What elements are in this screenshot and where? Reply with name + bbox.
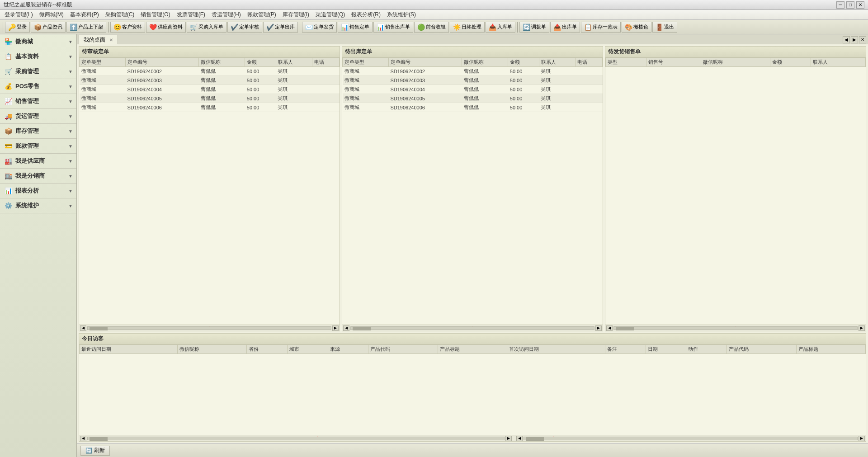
sidebar-item-report[interactable]: 📊 报表分析 ▼ [0,184,76,198]
stock-row-3[interactable]: 微商城 SD1906240005 曹侃侃 50.00 吴琪 [343,94,603,103]
visitor-scroll-track2[interactable] [524,437,858,440]
toolbar-icon-17: 🎨 [625,24,632,31]
menu-item-Q[interactable]: 渠道管理(Q) [313,10,348,19]
toolbar-icon-11: 🟢 [417,24,425,31]
toolbar-btn-12[interactable]: ☀️日终处理 [450,22,485,33]
scroll-left-button-3[interactable]: ◀ [606,325,613,331]
sidebar-item-supplier[interactable]: 🏭 我是供应商 ▼ [0,154,76,169]
stock-wechat-4: 曹侃侃 [462,103,508,112]
minimize-button[interactable]: ─ [836,1,844,9]
scroll-right-button-2[interactable]: ▶ [595,325,602,331]
scroll-track-3[interactable] [613,326,858,330]
sidebar-item-distributor[interactable]: 🏬 我是分销商 ▼ [0,169,76,184]
tab-close-icon[interactable]: ✕ [109,38,113,42]
stock-wechat-1: 曹侃侃 [462,76,508,85]
maximize-button[interactable]: □ [846,1,854,9]
toolbar-btn-3[interactable]: 😊客户资料 [110,22,145,33]
sidebar-item-pos[interactable]: 💰 POS零售 ▼ [0,79,76,94]
scroll-track-2[interactable] [350,326,594,330]
title-bar: 世纪之星服装进销存--标准版 ─ □ ✕ [0,0,868,10]
vcol-action: 动作 [686,345,727,354]
sidebar-item-accounts[interactable]: 💳 账款管理 ▼ [0,139,76,154]
menu-item-P[interactable]: 基本资料(P) [67,10,102,19]
menu-item-F[interactable]: 发票管理(F) [174,10,208,19]
stock-row-0[interactable]: 微商城 SD1906240002 曹侃侃 50.00 吴琪 [343,67,603,76]
toolbar-btn-2[interactable]: ⬆️产品上下架 [66,22,106,33]
toolbar-btn-8[interactable]: ✉️定单发货 [302,22,337,33]
scroll-thumb-2[interactable] [353,327,371,330]
toolbar-btn-4[interactable]: ❤️供应商资料 [146,22,186,33]
tab-prev-button[interactable]: ◀ [843,36,850,43]
stock-orderno-1: SD1906240003 [388,76,462,85]
menu-item-P[interactable]: 账款管理(P) [245,10,279,19]
scroll-right-button-3[interactable]: ▶ [859,325,865,331]
vcol-province: 省份 [247,345,288,354]
review-row-4[interactable]: 微商城 SD1906240006 曹侃侃 50.00 吴琪 [80,103,340,112]
review-orderno-3: SD1906240005 [125,94,198,103]
toolbar-btn-17[interactable]: 🎨橄榄色 [622,22,651,33]
toolbar-btn-16[interactable]: 📋库存一览表 [581,22,621,33]
stock-row-2[interactable]: 微商城 SD1906240004 曹侃侃 50.00 吴琪 [343,85,603,94]
visitor-scroll-thumb[interactable] [90,437,108,441]
sidebar-item-system[interactable]: ⚙️ 系统维护 ▼ [0,198,76,213]
menu-item-R[interactable]: 报表分析(R) [349,10,383,19]
toolbar-btn-5[interactable]: 🛒采购入库单 [187,22,226,33]
menu-item-O[interactable]: 销售管理(O) [138,10,173,19]
pending-ship-title: 待发货销售单 [605,47,866,57]
visitor-scroll-right[interactable]: ▶ [505,436,512,441]
scroll-track[interactable] [87,326,331,330]
review-contact-3: 吴琪 [276,94,312,103]
stock-type-3: 微商城 [343,94,389,103]
stock-row-4[interactable]: 微商城 SD1906240006 曹侃侃 50.00 吴琪 [343,103,603,112]
refresh-button[interactable]: 🔄 刷新 [80,446,110,456]
toolbar-btn-9[interactable]: 📊销售定单 [338,22,373,33]
scroll-thumb[interactable] [90,327,108,330]
toolbar-label-5: 采购入库单 [198,24,223,30]
sidebar-item-logistics[interactable]: 🚚 货运管理 ▼ [0,109,76,124]
visitor-scroll-left[interactable]: ◀ [80,436,86,441]
review-row-1[interactable]: 微商城 SD1906240003 曹侃侃 50.00 吴琪 [80,76,340,85]
visitor-scroll-right2[interactable]: ▶ [859,436,865,441]
menu-item-M[interactable]: 微商城(M) [37,10,66,19]
menu-item-S[interactable]: 系统维护(S) [384,10,419,19]
menu-item-H[interactable]: 货运管理(H) [209,10,244,19]
col-wechat: 微信昵称 [701,58,770,67]
sidebar-item-weshop[interactable]: 🏪 微商城 ▼ [0,34,76,49]
menu-item-L[interactable]: 登录管理(L) [2,10,36,19]
menu-item-C[interactable]: 采购管理(C) [103,10,137,19]
toolbar-label-18: 退出 [664,24,674,30]
close-button[interactable]: ✕ [856,1,864,9]
toolbar-btn-7[interactable]: ✔️定单出库 [263,22,298,33]
stock-row-1[interactable]: 微商城 SD1906240003 曹侃侃 50.00 吴琪 [343,76,603,85]
review-row-0[interactable]: 微商城 SD1906240002 曹侃侃 50.00 吴琪 [80,67,340,76]
sidebar-item-inventory[interactable]: 📦 库存管理 ▼ [0,124,76,139]
scroll-thumb-3[interactable] [616,327,634,330]
toolbar-btn-6[interactable]: ✔️定单审核 [227,22,262,33]
toolbar-btn-1[interactable]: 📦产品资讯 [31,22,66,33]
toolbar-btn-10[interactable]: 📊销售出库单 [373,22,413,33]
toolbar-btn-18[interactable]: 🚪退出 [652,22,677,33]
toolbar-btn-13[interactable]: 📥入库单 [486,22,515,33]
stock-orderno-0: SD1906240002 [388,67,462,76]
scroll-left-button-2[interactable]: ◀ [343,325,349,331]
sidebar-item-purchase[interactable]: 🛒 采购管理 ▼ [0,64,76,79]
toolbar-btn-0[interactable]: 🔑登录 [5,22,30,33]
visitor-scroll-track[interactable] [87,437,505,440]
tab-close-all-button[interactable]: ✕ [859,36,866,43]
toolbar-btn-15[interactable]: 📤出库单 [550,22,580,33]
visitor-scroll-left2[interactable]: ◀ [516,436,523,441]
sidebar-item-sales[interactable]: 📈 销售管理 ▼ [0,94,76,109]
scroll-left-button[interactable]: ◀ [80,325,86,331]
tab-next-button[interactable]: ▶ [851,36,858,43]
pending-stock-scrollbar: ▲ ◀ ▶ [342,325,603,331]
toolbar-btn-14[interactable]: 🔄调拨单 [519,22,549,33]
menu-item-I[interactable]: 库存管理(I) [280,10,312,19]
visitor-scroll-thumb2[interactable] [526,437,544,441]
review-row-3[interactable]: 微商城 SD1906240005 曹侃侃 50.00 吴琪 [80,94,340,103]
toolbar-btn-11[interactable]: 🟢前台收银 [414,22,449,33]
sidebar-item-basic[interactable]: 📋 基本资料 ▼ [0,49,76,64]
scroll-right-button[interactable]: ▶ [332,325,339,331]
review-row-2[interactable]: 微商城 SD1906240004 曹侃侃 50.00 吴琪 [80,85,340,94]
sidebar-label-system: 系统维护 [15,202,39,210]
tab-desktop[interactable]: 我的桌面 ✕ [79,35,118,45]
